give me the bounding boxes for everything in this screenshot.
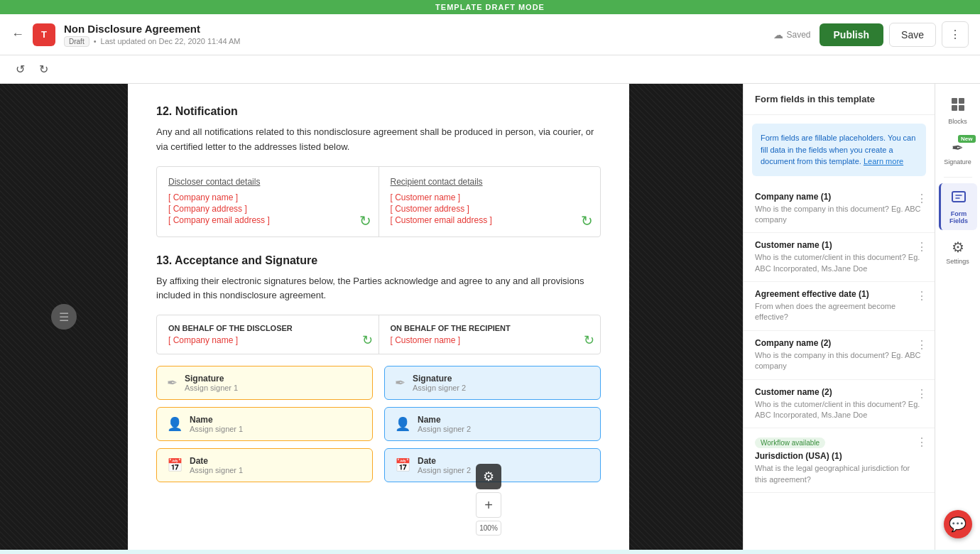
more-options-button[interactable]: ⋮	[942, 21, 969, 48]
discloser-field-2: [ Company address ]	[168, 204, 367, 214]
signer2-date-sub: Assign signer 2	[418, 466, 471, 474]
svg-rect-1	[959, 98, 964, 104]
cloud-icon: ☁	[773, 29, 783, 40]
signer1-name: 👤 Name Assign signer 1	[156, 407, 373, 441]
back-button[interactable]: ←	[11, 27, 24, 42]
name-row: 👤 Name Assign signer 1 👤 Name Assign sig…	[156, 407, 601, 441]
section-13-body: By affixing their electronic signatures …	[156, 274, 601, 304]
save-button[interactable]: Save	[889, 23, 936, 47]
template-draft-banner: TEMPLATE DRAFT MODE	[0, 0, 980, 14]
sidebar-settings[interactable]: ⚙ Settings	[939, 233, 977, 271]
discloser-field-1: [ Company name ]	[168, 192, 367, 202]
doc-area: ☰ 12. Notification Any and all notificat…	[0, 84, 743, 550]
field-item-3-more[interactable]: ⋮	[916, 289, 927, 303]
redo-button[interactable]: ↻	[35, 60, 53, 79]
signer2-signature: ✒ Signature Assign signer 2	[384, 366, 601, 400]
saved-status: ☁ Saved	[773, 29, 810, 40]
behalf-discloser-refresh[interactable]: ↻	[362, 332, 373, 348]
signer1-name-label: Name	[190, 415, 243, 425]
undo-button[interactable]: ↺	[11, 60, 29, 79]
signer1-date-sub: Assign signer 1	[190, 466, 243, 474]
zoom-in-button[interactable]: +	[476, 492, 501, 518]
discloser-col-title: Discloser contact details	[168, 177, 367, 187]
right-sidebar: Blocks New ✒ Signature Form Fields ⚙	[935, 84, 980, 550]
section-12-body: Any and all notifications related to thi…	[156, 125, 601, 155]
settings-icon: ⚙	[952, 239, 964, 256]
signer1-signature-label: Signature	[185, 374, 238, 384]
discloser-col: Discloser contact details [ Company name…	[157, 167, 379, 237]
settings-label: Settings	[946, 258, 969, 265]
svg-rect-4	[952, 192, 965, 202]
signature-icon-2: ✒	[395, 375, 405, 391]
new-badge: New	[958, 135, 975, 143]
content-area: ☰ 12. Notification Any and all notificat…	[0, 84, 980, 550]
field-item-5[interactable]: Customer name (2) Who is the cutomer/cli…	[744, 380, 935, 429]
doc-meta: Draft • Last updated on Dec 22, 2020 11:…	[64, 36, 765, 47]
field-item-4-more[interactable]: ⋮	[916, 338, 927, 352]
signature-row: ✒ Signature Assign signer 1 ✒ Signature …	[156, 366, 601, 400]
signer2-signature-sub: Assign signer 2	[413, 384, 466, 392]
sidebar-signature[interactable]: New ✒ Signature	[939, 134, 977, 171]
recipient-col: Recipient contact details [ Customer nam…	[379, 167, 601, 237]
sidebar-blocks[interactable]: Blocks	[939, 91, 977, 131]
behalf-recipient-field: [ Customer name ]	[391, 335, 589, 345]
behalf-recipient-refresh[interactable]: ↻	[584, 332, 594, 348]
name-icon-2: 👤	[395, 416, 410, 432]
sidebar-form-fields[interactable]: Form Fields	[939, 183, 977, 230]
contact-table: Discloser contact details [ Company name…	[156, 166, 601, 237]
panel-header: Form fields in this template	[744, 84, 935, 115]
discloser-refresh-button[interactable]: ↻	[359, 212, 371, 229]
right-dark-panel	[629, 84, 743, 550]
signer1-signature: ✒ Signature Assign signer 1	[156, 366, 373, 400]
zoom-level: 100%	[476, 521, 501, 536]
last-updated: Last updated on Dec 22, 2020 11:44 AM	[101, 37, 241, 45]
fields-list: Company name (1) Who is the company in t…	[744, 185, 935, 550]
field-item-3[interactable]: Agreement effective date (1) From when d…	[744, 282, 935, 331]
behalf-recipient-title: ON BEHALF OF THE RECIPIENT	[391, 324, 589, 332]
discloser-field-3: [ Company email address ]	[168, 215, 367, 225]
recipient-field-2: [ Customer address ]	[391, 204, 589, 214]
field-item-2-more[interactable]: ⋮	[916, 240, 927, 254]
left-panel: ☰	[0, 84, 128, 550]
field-item-4[interactable]: Company name (2) Who is the company in t…	[744, 331, 935, 380]
settings-gear-button[interactable]: ⚙	[476, 464, 501, 489]
publish-button[interactable]: Publish	[820, 23, 884, 46]
field-item-6-more[interactable]: ⋮	[916, 435, 927, 449]
blocks-icon	[950, 97, 966, 116]
behalf-discloser-title: ON BEHALF OF THE DISCLOSER	[168, 324, 367, 332]
form-fields-panel: Form fields in this template Form fields…	[743, 84, 935, 550]
field-item-5-more[interactable]: ⋮	[916, 387, 927, 401]
recipient-refresh-button[interactable]: ↻	[581, 212, 593, 229]
date-icon-1: 📅	[167, 457, 183, 473]
behalf-recipient-col: ON BEHALF OF THE RECIPIENT [ Customer na…	[379, 315, 601, 354]
signature-icon-1: ✒	[167, 375, 178, 391]
learn-more-link[interactable]: Learn more	[864, 157, 903, 165]
chat-fab-button[interactable]: 💬	[944, 510, 972, 538]
signer2-name-label: Name	[418, 415, 471, 425]
form-fields-label: Form Fields	[945, 210, 973, 224]
section-13-title: 13. Acceptance and Signature	[156, 254, 601, 267]
signer2-signature-label: Signature	[413, 374, 466, 384]
signer1-signature-sub: Assign signer 1	[185, 384, 238, 392]
behalf-discloser-field: [ Company name ]	[168, 335, 367, 345]
doc-page[interactable]: 12. Notification Any and all notificatio…	[128, 84, 629, 550]
blocks-label: Blocks	[948, 118, 967, 125]
signer1-date-label: Date	[190, 456, 243, 466]
field-item-2[interactable]: Customer name (1) Who is the cutomer/cli…	[744, 233, 935, 282]
workflow-badge: Workflow available	[755, 438, 825, 448]
doc-title: Non Disclosure Agreement	[64, 23, 765, 35]
doc-sidebar-icon: ☰	[51, 304, 77, 330]
recipient-col-title: Recipient contact details	[391, 177, 589, 187]
draft-badge: Draft	[64, 36, 89, 47]
behalf-table: ON BEHALF OF THE DISCLOSER [ Company nam…	[156, 315, 601, 354]
sidebar-divider	[944, 177, 972, 178]
section-12-title: 12. Notification	[156, 105, 601, 118]
banner-text: TEMPLATE DRAFT MODE	[435, 3, 545, 11]
behalf-discloser-col: ON BEHALF OF THE DISCLOSER [ Company nam…	[157, 315, 379, 354]
field-item-1-more[interactable]: ⋮	[916, 192, 927, 205]
signer1-date: 📅 Date Assign signer 1	[156, 448, 373, 482]
recipient-field-1: [ Customer name ]	[391, 192, 589, 202]
section-13: 13. Acceptance and Signature By affixing…	[156, 254, 601, 304]
field-item-6[interactable]: Workflow available Jurisdiction (USA) (1…	[744, 428, 935, 493]
field-item-1[interactable]: Company name (1) Who is the company in t…	[744, 185, 935, 234]
